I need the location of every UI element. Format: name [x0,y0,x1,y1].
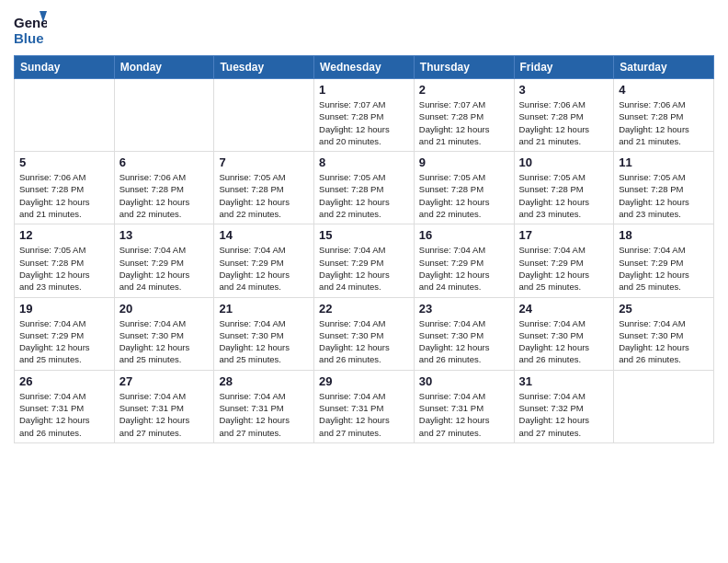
calendar-week-5: 26Sunrise: 7:04 AM Sunset: 7:31 PM Dayli… [15,370,714,442]
column-header-wednesday: Wednesday [314,56,415,79]
calendar-cell: 26Sunrise: 7:04 AM Sunset: 7:31 PM Dayli… [15,370,115,442]
logo: General Blue [14,9,47,48]
calendar-cell: 18Sunrise: 7:04 AM Sunset: 7:29 PM Dayli… [614,224,714,297]
day-info: Sunrise: 7:06 AM Sunset: 7:28 PM Dayligh… [19,171,109,220]
day-info: Sunrise: 7:05 AM Sunset: 7:28 PM Dayligh… [419,171,509,220]
day-number: 30 [419,374,509,388]
calendar-cell: 6Sunrise: 7:06 AM Sunset: 7:28 PM Daylig… [114,152,214,224]
column-header-tuesday: Tuesday [214,56,314,79]
day-number: 27 [119,374,210,388]
day-info: Sunrise: 7:05 AM Sunset: 7:28 PM Dayligh… [519,171,609,220]
day-info: Sunrise: 7:04 AM Sunset: 7:31 PM Dayligh… [419,390,509,439]
day-number: 21 [219,302,309,316]
day-info: Sunrise: 7:04 AM Sunset: 7:29 PM Dayligh… [619,244,709,293]
calendar-cell: 5Sunrise: 7:06 AM Sunset: 7:28 PM Daylig… [15,152,115,224]
day-info: Sunrise: 7:04 AM Sunset: 7:29 PM Dayligh… [119,244,210,293]
calendar-cell: 25Sunrise: 7:04 AM Sunset: 7:30 PM Dayli… [614,297,714,370]
day-number: 7 [219,155,309,169]
day-info: Sunrise: 7:04 AM Sunset: 7:30 PM Dayligh… [519,317,609,366]
day-number: 5 [19,155,109,169]
calendar-cell [114,79,214,152]
day-number: 10 [519,155,609,169]
day-number: 18 [619,228,709,242]
calendar-cell: 28Sunrise: 7:04 AM Sunset: 7:31 PM Dayli… [214,370,314,442]
day-number: 28 [219,374,309,388]
calendar-cell: 8Sunrise: 7:05 AM Sunset: 7:28 PM Daylig… [314,152,415,224]
column-header-sunday: Sunday [15,56,115,79]
day-info: Sunrise: 7:04 AM Sunset: 7:30 PM Dayligh… [619,317,709,366]
calendar-cell: 15Sunrise: 7:04 AM Sunset: 7:29 PM Dayli… [314,224,415,297]
day-info: Sunrise: 7:04 AM Sunset: 7:29 PM Dayligh… [319,244,409,293]
day-number: 23 [419,302,509,316]
calendar-table: SundayMondayTuesdayWednesdayThursdayFrid… [14,55,714,443]
day-info: Sunrise: 7:04 AM Sunset: 7:29 PM Dayligh… [419,244,509,293]
day-info: Sunrise: 7:05 AM Sunset: 7:28 PM Dayligh… [319,171,409,220]
calendar-cell: 22Sunrise: 7:04 AM Sunset: 7:30 PM Dayli… [314,297,415,370]
day-number: 26 [19,374,109,388]
calendar-cell: 12Sunrise: 7:05 AM Sunset: 7:28 PM Dayli… [15,224,115,297]
day-info: Sunrise: 7:04 AM Sunset: 7:30 PM Dayligh… [319,317,409,366]
calendar-cell: 21Sunrise: 7:04 AM Sunset: 7:30 PM Dayli… [214,297,314,370]
calendar-cell [214,79,314,152]
day-number: 20 [119,302,210,316]
calendar-cell: 19Sunrise: 7:04 AM Sunset: 7:29 PM Dayli… [15,297,115,370]
calendar-cell: 17Sunrise: 7:04 AM Sunset: 7:29 PM Dayli… [514,224,614,297]
day-info: Sunrise: 7:04 AM Sunset: 7:30 PM Dayligh… [419,317,509,366]
day-number: 22 [319,302,409,316]
calendar-cell: 4Sunrise: 7:06 AM Sunset: 7:28 PM Daylig… [614,79,714,152]
day-info: Sunrise: 7:05 AM Sunset: 7:28 PM Dayligh… [219,171,309,220]
calendar-week-3: 12Sunrise: 7:05 AM Sunset: 7:28 PM Dayli… [15,224,714,297]
day-info: Sunrise: 7:04 AM Sunset: 7:31 PM Dayligh… [119,390,210,439]
day-number: 16 [419,228,509,242]
calendar-cell: 16Sunrise: 7:04 AM Sunset: 7:29 PM Dayli… [414,224,514,297]
day-info: Sunrise: 7:04 AM Sunset: 7:29 PM Dayligh… [519,244,609,293]
calendar-cell: 13Sunrise: 7:04 AM Sunset: 7:29 PM Dayli… [114,224,214,297]
day-info: Sunrise: 7:05 AM Sunset: 7:28 PM Dayligh… [19,244,109,293]
day-number: 8 [319,155,409,169]
calendar-cell: 31Sunrise: 7:04 AM Sunset: 7:32 PM Dayli… [514,370,614,442]
day-info: Sunrise: 7:04 AM Sunset: 7:29 PM Dayligh… [219,244,309,293]
day-number: 11 [619,155,709,169]
calendar-cell: 24Sunrise: 7:04 AM Sunset: 7:30 PM Dayli… [514,297,614,370]
calendar-cell: 29Sunrise: 7:04 AM Sunset: 7:31 PM Dayli… [314,370,415,442]
day-info: Sunrise: 7:05 AM Sunset: 7:28 PM Dayligh… [619,171,709,220]
column-header-monday: Monday [114,56,214,79]
calendar-cell: 10Sunrise: 7:05 AM Sunset: 7:28 PM Dayli… [514,152,614,224]
day-number: 13 [119,228,210,242]
calendar-cell: 3Sunrise: 7:06 AM Sunset: 7:28 PM Daylig… [514,79,614,152]
calendar-cell: 27Sunrise: 7:04 AM Sunset: 7:31 PM Dayli… [114,370,214,442]
calendar-cell: 7Sunrise: 7:05 AM Sunset: 7:28 PM Daylig… [214,152,314,224]
day-info: Sunrise: 7:06 AM Sunset: 7:28 PM Dayligh… [519,98,609,147]
calendar-week-2: 5Sunrise: 7:06 AM Sunset: 7:28 PM Daylig… [15,152,714,224]
header: General Blue [14,9,714,48]
day-info: Sunrise: 7:07 AM Sunset: 7:28 PM Dayligh… [319,98,409,147]
day-info: Sunrise: 7:04 AM Sunset: 7:30 PM Dayligh… [119,317,210,366]
day-number: 14 [219,228,309,242]
day-number: 25 [619,302,709,316]
day-info: Sunrise: 7:04 AM Sunset: 7:32 PM Dayligh… [519,390,609,439]
day-number: 17 [519,228,609,242]
day-number: 19 [19,302,109,316]
day-info: Sunrise: 7:04 AM Sunset: 7:29 PM Dayligh… [19,317,109,366]
calendar-cell: 1Sunrise: 7:07 AM Sunset: 7:28 PM Daylig… [314,79,415,152]
page: General Blue SundayMondayTuesdayWednesda… [0,0,728,457]
day-info: Sunrise: 7:07 AM Sunset: 7:28 PM Dayligh… [419,98,509,147]
column-header-friday: Friday [514,56,614,79]
calendar-cell [15,79,115,152]
calendar-cell: 20Sunrise: 7:04 AM Sunset: 7:30 PM Dayli… [114,297,214,370]
day-number: 9 [419,155,509,169]
calendar-cell [614,370,714,442]
calendar-week-4: 19Sunrise: 7:04 AM Sunset: 7:29 PM Dayli… [15,297,714,370]
day-number: 3 [519,83,609,97]
calendar-week-1: 1Sunrise: 7:07 AM Sunset: 7:28 PM Daylig… [15,79,714,152]
day-number: 15 [319,228,409,242]
calendar-header-row: SundayMondayTuesdayWednesdayThursdayFrid… [15,56,714,79]
calendar-cell: 2Sunrise: 7:07 AM Sunset: 7:28 PM Daylig… [414,79,514,152]
day-info: Sunrise: 7:06 AM Sunset: 7:28 PM Dayligh… [119,171,210,220]
day-number: 1 [319,83,409,97]
calendar-cell: 11Sunrise: 7:05 AM Sunset: 7:28 PM Dayli… [614,152,714,224]
column-header-saturday: Saturday [614,56,714,79]
day-number: 29 [319,374,409,388]
day-number: 12 [19,228,109,242]
day-number: 6 [119,155,210,169]
